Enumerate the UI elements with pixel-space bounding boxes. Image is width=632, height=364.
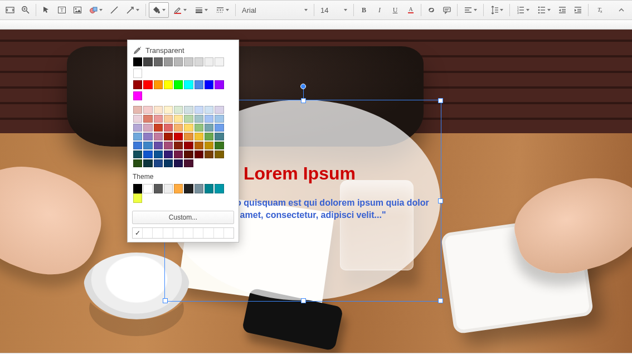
color-swatch[interactable] xyxy=(174,124,183,132)
color-swatch[interactable] xyxy=(195,106,203,114)
resize-handle-n[interactable] xyxy=(301,98,306,103)
textbox-tool-button[interactable]: T xyxy=(55,2,69,18)
font-family-select[interactable]: Arial xyxy=(239,2,310,18)
color-swatch[interactable] xyxy=(154,115,163,123)
color-swatch[interactable] xyxy=(133,151,142,158)
insert-link-button[interactable] xyxy=(424,2,439,18)
color-swatch[interactable] xyxy=(174,151,183,158)
color-swatch[interactable] xyxy=(184,184,193,193)
resize-handle-s[interactable] xyxy=(301,298,306,303)
color-swatch[interactable] xyxy=(154,106,163,114)
color-swatch[interactable] xyxy=(195,184,203,193)
color-swatch[interactable] xyxy=(184,151,193,158)
color-swatch[interactable] xyxy=(195,151,203,158)
arrow-tool-button[interactable] xyxy=(123,2,143,18)
color-swatch[interactable] xyxy=(164,184,173,193)
line-tool-button[interactable] xyxy=(107,2,121,18)
custom-color-cell[interactable] xyxy=(143,228,153,238)
border-color-button[interactable] xyxy=(170,2,190,18)
color-swatch[interactable] xyxy=(143,184,152,193)
color-swatch[interactable] xyxy=(174,57,183,66)
color-swatch[interactable] xyxy=(215,151,223,158)
zoom-fit-button[interactable] xyxy=(3,2,17,18)
color-swatch[interactable] xyxy=(133,124,142,132)
color-swatch[interactable] xyxy=(164,115,173,123)
text-color-button[interactable]: A xyxy=(403,2,418,18)
color-swatch[interactable] xyxy=(154,151,163,158)
shape-tool-button[interactable] xyxy=(86,2,106,18)
transparent-option[interactable]: Transparent xyxy=(132,44,234,56)
rotation-handle[interactable] xyxy=(300,84,306,89)
color-swatch[interactable] xyxy=(174,142,183,149)
bold-button[interactable]: B xyxy=(357,2,371,18)
color-swatch[interactable] xyxy=(195,80,203,89)
color-swatch[interactable] xyxy=(195,124,203,132)
custom-color-cell[interactable] xyxy=(203,228,213,238)
color-swatch[interactable] xyxy=(143,159,152,167)
color-swatch[interactable] xyxy=(164,124,173,132)
color-swatch[interactable] xyxy=(174,159,183,167)
color-swatch[interactable] xyxy=(133,57,142,66)
color-swatch[interactable] xyxy=(205,106,213,114)
color-swatch[interactable] xyxy=(174,133,183,140)
color-swatch[interactable] xyxy=(133,159,142,167)
color-swatch[interactable] xyxy=(205,151,213,158)
color-swatch[interactable] xyxy=(133,193,142,203)
color-swatch[interactable] xyxy=(205,124,213,132)
align-horizontal-button[interactable] xyxy=(460,2,480,18)
color-swatch[interactable] xyxy=(164,106,173,114)
resize-handle-se[interactable] xyxy=(438,298,443,303)
custom-color-cell[interactable] xyxy=(193,228,203,238)
underline-button[interactable]: U xyxy=(388,2,402,18)
resize-handle-e[interactable] xyxy=(438,198,443,203)
color-swatch[interactable] xyxy=(205,133,213,140)
color-swatch[interactable] xyxy=(205,184,213,193)
italic-button[interactable]: I xyxy=(372,2,387,18)
resize-handle-ne[interactable] xyxy=(438,98,443,103)
color-swatch[interactable] xyxy=(164,80,173,89)
color-swatch[interactable] xyxy=(184,115,193,123)
bulleted-list-button[interactable] xyxy=(534,2,554,18)
color-swatch[interactable] xyxy=(154,184,163,193)
insert-comment-button[interactable] xyxy=(440,2,454,18)
custom-color-button[interactable]: Custom... xyxy=(132,211,234,224)
color-swatch[interactable] xyxy=(174,184,183,193)
color-swatch[interactable] xyxy=(195,57,203,66)
color-swatch[interactable] xyxy=(143,142,152,149)
color-swatch[interactable] xyxy=(205,80,213,89)
color-swatch[interactable] xyxy=(154,80,163,89)
color-swatch[interactable] xyxy=(184,124,193,132)
color-swatch[interactable] xyxy=(174,115,183,123)
color-swatch[interactable] xyxy=(133,142,142,149)
custom-color-cell[interactable] xyxy=(153,228,163,238)
color-swatch[interactable] xyxy=(195,133,203,140)
color-swatch[interactable] xyxy=(143,80,152,89)
color-swatch[interactable] xyxy=(184,133,193,140)
color-swatch[interactable] xyxy=(205,115,213,123)
color-swatch[interactable] xyxy=(215,106,223,114)
toolbar-overflow-button[interactable] xyxy=(615,1,628,20)
color-swatch[interactable] xyxy=(215,142,223,149)
color-swatch[interactable] xyxy=(133,69,142,77)
color-swatch[interactable] xyxy=(143,151,152,158)
custom-color-cell[interactable] xyxy=(224,228,234,238)
custom-color-cell[interactable] xyxy=(214,228,224,238)
color-swatch[interactable] xyxy=(215,184,223,193)
custom-color-cell[interactable] xyxy=(183,228,193,238)
color-swatch[interactable] xyxy=(195,115,203,123)
decrease-indent-button[interactable] xyxy=(555,2,570,18)
color-swatch[interactable] xyxy=(154,133,163,140)
color-swatch[interactable] xyxy=(164,133,173,140)
color-swatch[interactable] xyxy=(143,106,152,114)
select-tool-button[interactable] xyxy=(39,2,54,18)
color-swatch[interactable] xyxy=(184,142,193,149)
color-swatch[interactable] xyxy=(133,91,142,100)
color-swatch[interactable] xyxy=(215,57,223,66)
color-swatch[interactable] xyxy=(174,106,183,114)
color-swatch[interactable] xyxy=(133,80,142,89)
border-dash-button[interactable] xyxy=(212,2,232,18)
color-swatch[interactable] xyxy=(164,151,173,158)
color-swatch[interactable] xyxy=(133,106,142,114)
color-swatch[interactable] xyxy=(143,133,152,140)
color-swatch[interactable] xyxy=(143,115,152,123)
